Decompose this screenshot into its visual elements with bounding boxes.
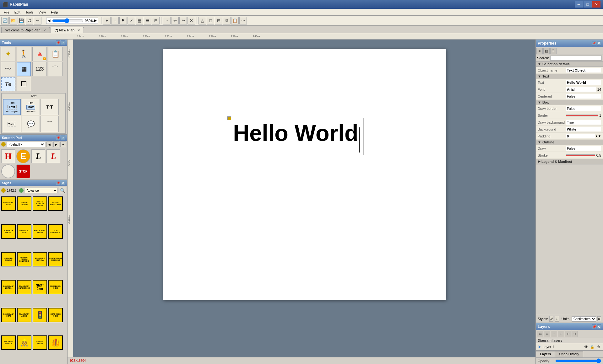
sign-new-roundabout[interactable]: NEW ROUNDABOUT bbox=[48, 224, 63, 239]
layer-tool-1[interactable]: ⬅ bbox=[537, 331, 543, 337]
sign-traffic-accident[interactable]: TRAFFIC ACCIDENT AHEAD bbox=[33, 196, 47, 211]
sign-plant-this-road[interactable]: ROAD PLANT ON THIS ROAD bbox=[17, 280, 31, 294]
tool-textbox[interactable]: ☐ bbox=[17, 77, 31, 91]
layers-pin[interactable]: 📌 bbox=[592, 324, 596, 329]
scratch-stop[interactable]: STOP bbox=[16, 164, 30, 178]
scratch-pad-pin[interactable]: 📌 bbox=[56, 136, 60, 140]
scratch-right[interactable]: ▶ bbox=[53, 142, 59, 147]
sign-changed-signals[interactable]: CHANGED SIGNALS bbox=[1, 252, 16, 266]
tool-cone[interactable]: 🔺 + bbox=[32, 47, 47, 61]
canvas-scroll[interactable]: Hello World bbox=[73, 40, 535, 357]
scratch-orange-e[interactable]: E bbox=[16, 149, 30, 163]
toolbar-grid[interactable]: ▦ bbox=[136, 17, 143, 24]
scratch-black-l[interactable]: L bbox=[31, 149, 45, 163]
sign-prepare-stop[interactable]: PREPARE TO STOP bbox=[17, 224, 31, 239]
sign-traffic-light[interactable]: 🚦 bbox=[33, 308, 47, 322]
layer-lock[interactable]: 🔒 bbox=[590, 344, 595, 349]
sign-roadwork-next2km[interactable]: ROADWORK NEXT 2km bbox=[33, 252, 47, 266]
layer-tool-3[interactable]: ↑ bbox=[551, 331, 557, 337]
sign-next-2km[interactable]: NEXT2km bbox=[33, 280, 47, 294]
menu-view[interactable]: View bbox=[36, 10, 48, 15]
toolbar-plus[interactable]: + bbox=[103, 17, 111, 24]
tool-pedestrian[interactable]: 🚶 bbox=[17, 47, 31, 61]
section-outline[interactable]: ▼Outline bbox=[536, 140, 603, 145]
toolbar-table[interactable]: ⊞ bbox=[152, 17, 160, 24]
signs-panel-pin[interactable]: 📌 bbox=[56, 181, 60, 185]
layer-tool-5[interactable]: ↩ bbox=[565, 331, 571, 337]
toolbar-print[interactable]: 🖨 bbox=[26, 17, 33, 24]
toolbar-undo2[interactable]: ↩ bbox=[171, 17, 179, 24]
selection-handle[interactable] bbox=[227, 116, 231, 120]
tab-layers[interactable]: Layers bbox=[536, 351, 555, 357]
section-selection-details[interactable]: ▼Selection details bbox=[536, 62, 603, 67]
props-pin[interactable]: 📌 bbox=[592, 41, 596, 46]
stroke-color-swatch[interactable] bbox=[566, 154, 595, 156]
props-close[interactable]: ✕ bbox=[597, 41, 601, 46]
minimize-button[interactable]: ─ bbox=[575, 1, 583, 8]
toolbar-list[interactable]: ☰ bbox=[144, 17, 151, 24]
sign-changed-traffic[interactable]: CHANGED TRAFFIC CONDITIONS bbox=[17, 252, 31, 266]
tab-new-plan-close[interactable]: ✕ bbox=[77, 29, 80, 32]
sign-road-work-ahead2[interactable]: ROAD WORK AHEAD bbox=[48, 308, 63, 322]
signs-search-btn[interactable]: 🔍 bbox=[59, 187, 66, 194]
hello-world-textbox[interactable]: Hello World bbox=[229, 118, 364, 155]
zoom-in-btn[interactable]: ▶ bbox=[94, 19, 97, 23]
scratch-circle[interactable] bbox=[1, 164, 15, 178]
maximize-button[interactable]: □ bbox=[584, 1, 592, 8]
toolbar-undo[interactable]: ↩ bbox=[34, 17, 41, 24]
tools-panel-pin[interactable]: 📌 bbox=[56, 40, 60, 45]
units-settings-btn[interactable]: ⚙ bbox=[597, 316, 601, 321]
sign-worker[interactable]: 🦺 bbox=[48, 335, 63, 350]
menu-tools[interactable]: Tools bbox=[23, 10, 36, 15]
tool-signboard[interactable]: 📋 bbox=[48, 47, 62, 61]
sign-road-plant-ahead2[interactable]: ROAD PLANT AHEAD bbox=[17, 308, 31, 322]
tool-arch[interactable]: ⌒ bbox=[48, 62, 62, 76]
toolbar-more[interactable]: ⋯ bbox=[239, 17, 247, 24]
scratch-pad-close[interactable]: ✕ bbox=[61, 136, 65, 140]
sign-bridgework[interactable]: BRIDGE WORK AHEAD bbox=[33, 224, 47, 239]
toolbar-x[interactable]: ✕ bbox=[187, 17, 195, 24]
tool-select[interactable]: ✦ bbox=[1, 47, 15, 61]
toolbar-flag[interactable]: ⚑ bbox=[119, 17, 127, 24]
props-search-input[interactable] bbox=[550, 56, 602, 61]
sign-pedestrian[interactable]: 👷 bbox=[17, 335, 31, 350]
border-color-swatch[interactable] bbox=[566, 115, 598, 116]
sign-side-road-closed[interactable]: SIDE ROAD CLOSED bbox=[1, 335, 16, 350]
styles-btn-2[interactable]: ⤓ bbox=[555, 316, 559, 322]
text-subobj-2[interactable]: Text Box Text Box bbox=[22, 99, 40, 115]
layers-close[interactable]: ✕ bbox=[597, 324, 601, 329]
scratch-red-h[interactable]: H bbox=[1, 149, 15, 163]
menu-edit[interactable]: Edit bbox=[12, 10, 23, 15]
tool-table[interactable]: ▦ bbox=[17, 62, 31, 76]
tools-panel-close[interactable]: ✕ bbox=[61, 40, 65, 45]
sign-roadwork-min-ago[interactable]: ROADWORK 9km AGO bbox=[1, 224, 16, 239]
signs-category-select[interactable]: Advance bbox=[25, 188, 58, 193]
text-subobj-1[interactable]: Text Text Text Object bbox=[3, 99, 21, 115]
sign-plant-next2km[interactable]: ROAD PLANT NEXT 2km bbox=[1, 280, 16, 294]
props-tab-1[interactable]: ≡ bbox=[536, 48, 543, 54]
opacity-slider[interactable] bbox=[555, 358, 601, 363]
tab-welcome[interactable]: Welcome to RapidPlan ✕ bbox=[1, 27, 50, 33]
sign-traffic-hazard[interactable]: TRAFFIC HAZARD bbox=[17, 196, 31, 211]
section-box[interactable]: ▼Box bbox=[536, 100, 603, 105]
tab-new-plan[interactable]: (*) New Plan ✕ bbox=[51, 27, 84, 33]
toolbar-align[interactable]: ⊟ bbox=[215, 17, 222, 24]
sign-road-plant-ahead[interactable]: ROAD PLANT AHEAD bbox=[1, 308, 16, 322]
toolbar-save[interactable]: 💾 bbox=[18, 17, 25, 24]
props-tab-2[interactable]: ▤ bbox=[543, 48, 550, 54]
toolbar-shape[interactable]: ◻ bbox=[207, 17, 214, 24]
toolbar-new[interactable]: 🔄 bbox=[1, 17, 9, 24]
padding-spinner[interactable]: ▲▼ bbox=[595, 134, 601, 138]
styles-btn-1[interactable]: 🖊 bbox=[549, 316, 553, 322]
sign-bridgework-ahead2[interactable]: BRIDGEWORK AHEAD bbox=[48, 280, 63, 294]
toolbar-check[interactable]: ✓ bbox=[128, 17, 135, 24]
zoom-slider[interactable] bbox=[52, 18, 84, 23]
layer-tool-4[interactable]: ↓ bbox=[558, 331, 564, 337]
close-button[interactable]: ✕ bbox=[592, 1, 600, 8]
sign-roadwork-side[interactable]: ROADWORK ON SIDE ROAD bbox=[48, 252, 63, 266]
sign-roadwork-ahead[interactable]: ROAD WORK AHEAD bbox=[1, 196, 16, 211]
units-select[interactable]: Centimeters bbox=[572, 316, 596, 322]
scratch-red-l[interactable]: L bbox=[46, 149, 60, 163]
layer-delete[interactable]: 🗑 bbox=[596, 344, 601, 349]
scratch-select[interactable]: <default> bbox=[7, 142, 45, 147]
